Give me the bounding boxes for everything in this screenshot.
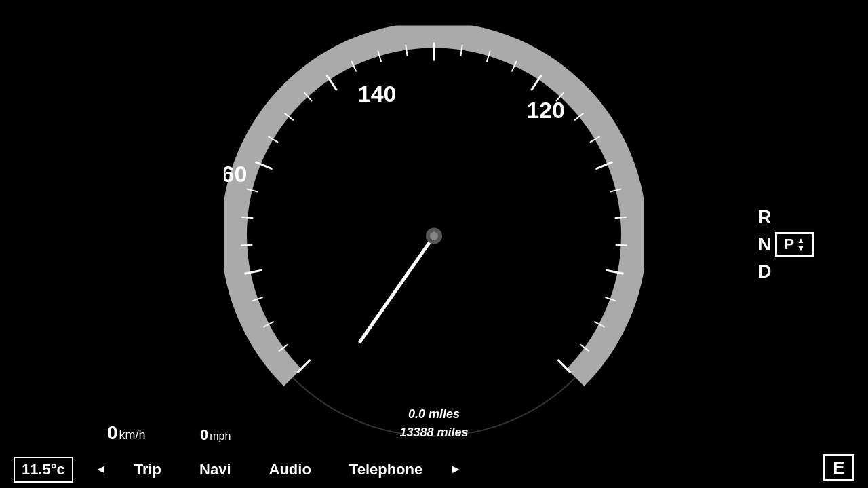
speed-mph-unit: mph bbox=[210, 430, 231, 443]
svg-line-28 bbox=[616, 244, 627, 245]
trip-distance: 0.0 miles bbox=[399, 405, 468, 424]
svg-point-44 bbox=[430, 231, 438, 240]
dashboard: 20 40 60 80 100 120 140 160 0 km/h 0 mph… bbox=[0, 0, 868, 488]
nav-right-arrow[interactable]: ► bbox=[441, 462, 470, 476]
speed-mph-display: 0 mph bbox=[200, 426, 231, 444]
svg-text:140: 140 bbox=[358, 80, 397, 106]
gear-p-box: P ▲ ▼ bbox=[775, 232, 814, 257]
gear-n: N bbox=[757, 235, 771, 254]
svg-line-42 bbox=[360, 236, 434, 341]
speed-mph-value: 0 bbox=[200, 426, 208, 444]
odometer: 13388 miles bbox=[399, 424, 468, 442]
nav-left-arrow[interactable]: ◄ bbox=[87, 462, 115, 476]
nav-item-navi[interactable]: Navi bbox=[180, 461, 250, 478]
gear-r: R bbox=[757, 208, 771, 227]
gear-indicator: R N P ▲ ▼ D bbox=[757, 208, 814, 281]
nav-item-trip[interactable]: Trip bbox=[115, 461, 180, 478]
nav-menu: ◄ Trip Navi Audio Telephone ► bbox=[87, 461, 854, 478]
bottom-bar: 11.5°c ◄ Trip Navi Audio Telephone ► bbox=[0, 451, 868, 488]
speedometer: 20 40 60 80 100 120 140 160 bbox=[224, 25, 644, 446]
trip-info: 0.0 miles 13388 miles bbox=[399, 405, 468, 442]
temperature-display: 11.5°c bbox=[14, 457, 73, 483]
nav-item-telephone[interactable]: Telephone bbox=[330, 461, 441, 478]
speed-kmh-value: 0 bbox=[107, 422, 118, 444]
svg-line-6 bbox=[241, 244, 252, 245]
gear-np: N P ▲ ▼ bbox=[757, 232, 814, 257]
gear-d: D bbox=[757, 262, 771, 281]
svg-text:160: 160 bbox=[224, 160, 247, 186]
speed-kmh-display: 0 km/h bbox=[107, 422, 146, 444]
speed-kmh-unit: km/h bbox=[119, 428, 146, 443]
svg-text:120: 120 bbox=[526, 97, 565, 123]
e-label: E bbox=[833, 457, 844, 478]
temperature-value: 11.5°c bbox=[22, 461, 65, 478]
e-indicator: E bbox=[823, 454, 854, 481]
gear-p-arrows: ▲ ▼ bbox=[797, 236, 805, 252]
nav-item-audio[interactable]: Audio bbox=[250, 461, 330, 478]
gear-p-value: P bbox=[784, 236, 794, 253]
